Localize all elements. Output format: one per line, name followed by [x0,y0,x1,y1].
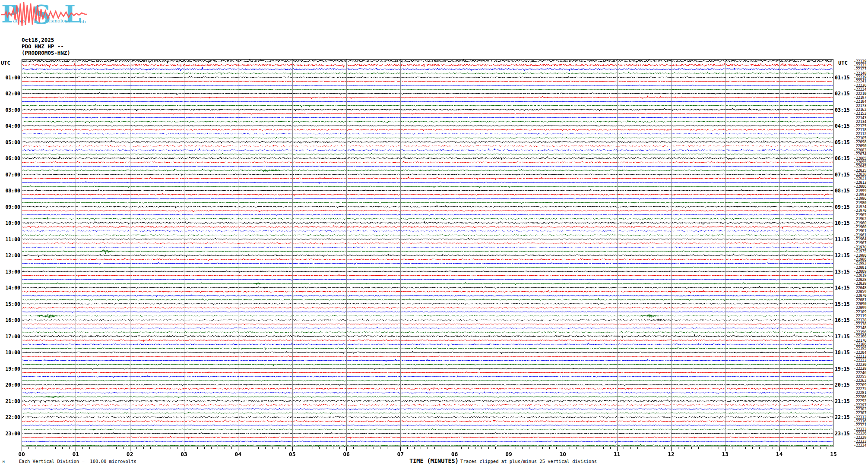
right-hour-label: 04:15 [835,123,852,129]
x-axis-tick-label: 13 [718,451,732,457]
right-hour-label: 22:15 [835,414,852,420]
x-axis-tick-label: 05 [285,451,300,457]
right-hour-label: 05:15 [835,139,852,145]
x-axis-tick-label: 09 [501,451,516,457]
x-axis-tick-label: 15 [826,451,841,457]
left-hour-label: 10:00 [0,220,20,226]
x-axis-tick-label: 01 [68,451,83,457]
psl-logo-graphic: P S L atras eismology ab [1,1,88,28]
left-hour-label: 11:00 [0,236,20,242]
x-axis-tick-label: 00 [14,451,29,457]
left-hour-label: 05:00 [0,139,20,145]
left-hour-label: 13:00 [0,269,20,275]
x-axis-tick-label: 04 [231,451,245,457]
right-hour-label: 13:15 [835,269,852,275]
trace-offset-value: -22334 [851,443,866,447]
left-hour-label: 06:00 [0,155,20,161]
clip-note: Traces clipped at plus/minus 25 vertical… [460,459,597,464]
left-hour-label: 08:00 [0,188,20,194]
right-hour-label: 07:15 [835,172,852,178]
header-date: Oct18,2025 [22,37,203,43]
right-hour-label: 19:15 [835,366,852,372]
utc-label-left: UTC [1,60,10,66]
left-hour-label: 04:00 [0,123,20,129]
left-hour-label: 21:00 [0,398,20,404]
left-hour-label: 23:00 [0,431,20,437]
x-axis-tick-label: 11 [610,451,624,457]
left-hour-label: 02:00 [0,91,20,97]
left-hour-label: 01:00 [0,75,20,81]
right-hour-label: 12:15 [835,252,852,258]
right-hour-label: 23:15 [835,431,852,437]
x-axis-tick-label: 06 [339,451,354,457]
right-hour-label: 20:15 [835,382,852,388]
logo-word-ab: ab [80,19,86,25]
right-hour-label: 15:15 [835,301,852,307]
right-hour-label: 06:15 [835,155,852,161]
right-hour-label: 08:15 [835,188,852,194]
right-hour-label: 18:15 [835,350,852,356]
x-axis-tick-label: 08 [447,451,462,457]
helicorder-page: P S L atras eismology ab Oct18,2025 PDO … [0,0,868,466]
x-axis-title: TIME (MINUTES) [409,457,459,464]
left-hour-label: 15:00 [0,301,20,307]
left-hour-label: 09:00 [0,204,20,210]
right-hour-label: 10:15 [835,220,852,226]
right-hour-label: 14:15 [835,285,852,291]
left-hour-label: 03:00 [0,107,20,113]
scale-note: Each Vertical Division = 100.00 microvol… [19,459,136,464]
left-hour-label: 14:00 [0,285,20,291]
x-axis-tick-label: 12 [664,451,678,457]
x-axis-tick-label: 10 [555,451,570,457]
right-hour-label: 09:15 [835,204,852,210]
right-hour-label: 02:15 [835,91,852,97]
header-station: PDO HNZ HP -- [22,43,203,50]
utc-label-right: UTC [838,60,848,66]
x-axis-tick-label: 02 [123,451,137,457]
left-hour-label: 18:00 [0,350,20,356]
right-hour-label: 11:15 [835,236,852,242]
right-hour-label: 21:15 [835,398,852,404]
left-hour-label: 20:00 [0,382,20,388]
psl-logo: P S L atras eismology ab [1,1,88,28]
header-channel: (PRODROMOS-HNZ) [22,50,203,56]
amplitude-glyph: M [3,460,5,464]
x-axis-tick-label: 07 [393,451,408,457]
right-hour-label: 03:15 [835,107,852,113]
left-hour-label: 16:00 [0,317,20,323]
right-hour-label: 16:15 [835,317,852,323]
left-hour-label: 22:00 [0,414,20,420]
x-axis-tick-label: 03 [177,451,191,457]
left-hour-label: 19:00 [0,366,20,372]
left-hour-label: 12:00 [0,252,20,258]
right-hour-label: 17:15 [835,334,852,340]
seismogram-plot [22,59,833,457]
x-axis-tick-label: 14 [772,451,787,457]
right-hour-label: 01:15 [835,75,852,81]
left-hour-label: 17:00 [0,334,20,340]
left-hour-label: 07:00 [0,172,20,178]
